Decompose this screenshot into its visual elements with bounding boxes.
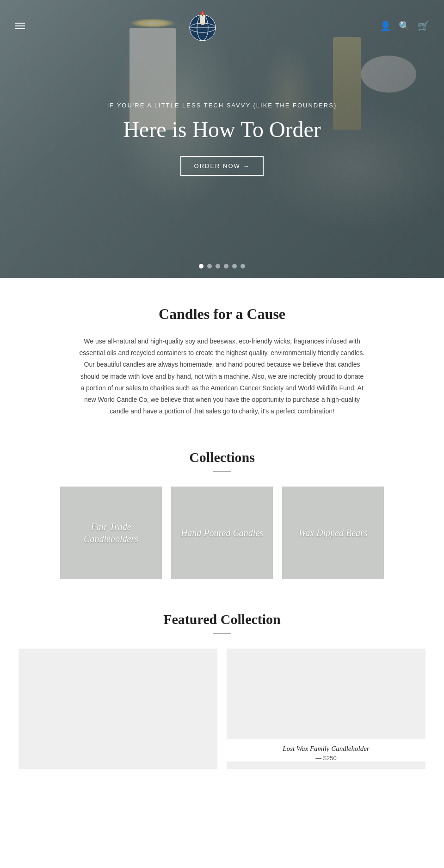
cause-section: Candles for a Cause We use all-natural a… [0, 278, 444, 440]
collection-card-fair-trade[interactable]: Fair Trade Candleholders [60, 487, 162, 579]
collection-label-hand-poured: Hand Poured Candles [173, 519, 271, 546]
search-icon[interactable]: 🔍 [399, 20, 410, 31]
hero-section: 👤 🔍 🛒 IF YOU'RE A LITTLE LESS TECH SAVVY… [0, 0, 444, 278]
featured-section: Featured Collection Lost Wax Family Cand… [0, 602, 444, 792]
collections-title-wrap: Collections [18, 450, 426, 472]
cart-icon[interactable]: 🛒 [418, 20, 429, 31]
header: 👤 🔍 🛒 [0, 0, 444, 52]
collection-label-wax-dipped: Wax Dipped Bears [291, 519, 375, 546]
main-content: Candles for a Cause We use all-natural a… [0, 278, 444, 792]
header-icons: 👤 🔍 🛒 [380, 20, 429, 31]
featured-card-lost-wax-price: — $250 [234, 755, 418, 762]
cause-heading: Candles for a Cause [79, 306, 365, 323]
hero-dot-2[interactable] [207, 264, 212, 269]
order-now-button[interactable]: ORDER NOW → [180, 156, 264, 176]
svg-rect-4 [200, 15, 205, 24]
featured-grid: Lost Wax Family Candleholder — $250 [18, 649, 426, 769]
cause-body: We use all-natural and high-quality soy … [79, 336, 365, 417]
svg-rect-5 [201, 24, 204, 25]
account-icon[interactable]: 👤 [380, 20, 391, 31]
hero-dot-3[interactable] [216, 264, 220, 269]
featured-divider [213, 633, 231, 634]
featured-card-lost-wax-info: Lost Wax Family Candleholder — $250 [227, 739, 426, 762]
hero-dot-1[interactable] [199, 264, 204, 269]
collection-card-wax-dipped[interactable]: Wax Dipped Bears [282, 487, 384, 579]
hero-title: Here is How To Order [44, 116, 400, 143]
collections-grid: Fair Trade Candleholders Hand Poured Can… [18, 487, 426, 579]
collections-divider [213, 471, 231, 472]
logo[interactable] [184, 7, 221, 44]
collection-label-fair-trade: Fair Trade Candleholders [60, 513, 162, 552]
featured-card-empty[interactable] [18, 649, 217, 769]
featured-heading: Featured Collection [18, 612, 426, 627]
hero-dots [199, 264, 245, 269]
hero-subtitle: IF YOU'RE A LITTLE LESS TECH SAVVY (LIKE… [44, 102, 400, 109]
featured-card-lost-wax-title: Lost Wax Family Candleholder [234, 745, 418, 753]
hero-dot-6[interactable] [240, 264, 245, 269]
menu-button[interactable] [15, 23, 25, 29]
collections-section: Collections Fair Trade Candleholders Han… [0, 440, 444, 602]
hero-content: IF YOU'RE A LITTLE LESS TECH SAVVY (LIKE… [44, 102, 400, 176]
featured-card-lost-wax[interactable]: Lost Wax Family Candleholder — $250 [227, 649, 426, 769]
collection-card-hand-poured[interactable]: Hand Poured Candles [171, 487, 273, 579]
featured-title-wrap: Featured Collection [18, 612, 426, 634]
hero-dot-5[interactable] [232, 264, 237, 269]
hero-dot-4[interactable] [224, 264, 228, 269]
collections-heading: Collections [18, 450, 426, 465]
